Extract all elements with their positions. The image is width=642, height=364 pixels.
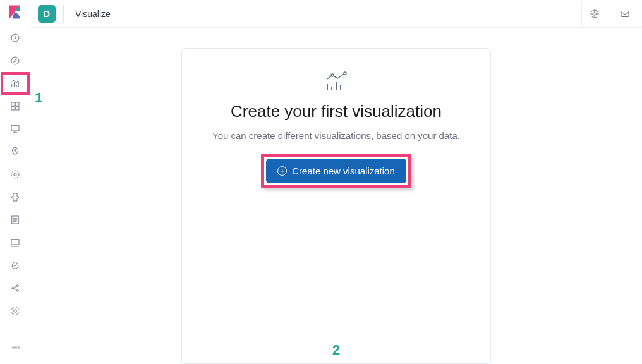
nav-uptime[interactable] xyxy=(1,254,30,277)
nav-infrastructure[interactable] xyxy=(1,186,30,209)
siem-icon xyxy=(9,282,21,294)
infra-icon xyxy=(9,191,21,203)
svg-point-9 xyxy=(13,173,16,176)
svg-rect-18 xyxy=(621,11,629,16)
uptime-icon xyxy=(9,260,21,271)
svg-point-19 xyxy=(331,74,334,76)
svg-rect-2 xyxy=(11,102,15,106)
collapse-icon xyxy=(9,342,21,353)
svg-point-12 xyxy=(11,288,13,289)
nav-recently-viewed[interactable] xyxy=(1,27,30,49)
nav-ml[interactable] xyxy=(1,163,30,186)
svg-rect-5 xyxy=(15,107,18,110)
svg-rect-4 xyxy=(11,107,15,110)
create-new-visualization-button[interactable]: Create new visualization xyxy=(266,159,406,183)
newsfeed-button[interactable] xyxy=(612,1,637,27)
kibana-logo[interactable] xyxy=(6,3,25,21)
help-icon xyxy=(589,8,600,20)
svg-point-20 xyxy=(344,72,346,75)
svg-point-13 xyxy=(16,285,18,287)
nav-canvas[interactable] xyxy=(1,118,30,140)
pin-icon xyxy=(9,146,21,157)
annotation-2: 2 xyxy=(332,342,340,358)
breadcrumb[interactable]: Visualize xyxy=(75,9,111,19)
svg-point-17 xyxy=(593,12,596,15)
logs-icon xyxy=(9,214,21,226)
help-button[interactable] xyxy=(581,1,607,27)
bar-chart-icon xyxy=(9,78,21,89)
monitoring-icon xyxy=(9,305,21,317)
divider xyxy=(63,5,64,23)
nav-siem[interactable] xyxy=(1,277,30,300)
svg-rect-3 xyxy=(15,102,18,106)
nav-collapse[interactable] xyxy=(1,336,30,359)
visualize-illustration-icon xyxy=(322,69,350,97)
clock-icon xyxy=(9,32,21,44)
empty-state-card: Create your first visualization You can … xyxy=(181,48,491,364)
topbar: D Visualize xyxy=(30,0,642,28)
dashboard-icon xyxy=(9,100,21,112)
apm-icon xyxy=(9,237,21,248)
svg-rect-6 xyxy=(11,126,19,131)
svg-point-14 xyxy=(16,289,18,291)
compass-icon xyxy=(9,55,21,66)
nav-discover[interactable] xyxy=(1,49,30,72)
nav-maps[interactable] xyxy=(1,140,30,163)
nav-apm[interactable] xyxy=(1,231,30,254)
svg-point-7 xyxy=(14,149,16,151)
svg-rect-11 xyxy=(11,240,19,245)
space-selector[interactable]: D xyxy=(38,5,56,23)
svg-point-8 xyxy=(11,171,19,178)
nav-visualize[interactable] xyxy=(1,72,30,95)
sidebar xyxy=(0,0,30,364)
plus-circle-icon xyxy=(277,166,287,176)
nav-monitoring[interactable] xyxy=(1,300,30,322)
svg-point-15 xyxy=(13,310,16,313)
canvas-icon xyxy=(9,123,21,135)
annotation-1: 1 xyxy=(35,90,42,106)
card-title: Create your first visualization xyxy=(231,102,442,121)
mail-icon xyxy=(619,8,631,20)
card-subtitle: You can create different visualizations,… xyxy=(212,130,460,141)
create-button-label: Create new visualization xyxy=(292,166,395,176)
nav-dashboard[interactable] xyxy=(1,95,30,118)
svg-point-1 xyxy=(11,57,19,64)
ml-icon xyxy=(9,169,21,180)
nav-logs[interactable] xyxy=(1,209,30,231)
content-area: 1 Create your first visualization You ca… xyxy=(30,28,642,364)
